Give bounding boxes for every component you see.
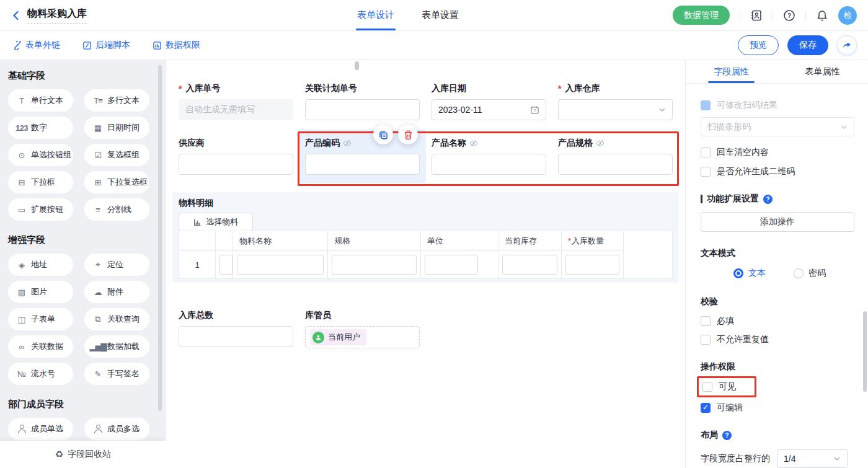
no-duplicate-option[interactable]: 不允许重复值 <box>701 334 854 345</box>
product-name-input[interactable] <box>432 154 546 175</box>
field-plan-no[interactable]: 关联计划单号 <box>305 83 420 120</box>
divider-icon: ≡ <box>92 205 104 214</box>
sidebar-item-dropdown[interactable]: ⊟下拉框 <box>8 171 73 193</box>
sidebar-item-image[interactable]: ▧图片 <box>8 281 73 303</box>
sidebar-item-linked-data[interactable]: ∞关联数据 <box>8 335 73 358</box>
add-action-button[interactable]: 添加操作 <box>701 212 854 232</box>
image-icon: ▧ <box>16 288 27 297</box>
enter-clear-option[interactable]: 回车清空内容 <box>701 147 854 158</box>
scan-result-checkbox <box>701 100 711 110</box>
sidebar-item-linked-query[interactable]: ⧉关联查询 <box>84 308 149 330</box>
no-duplicate-checkbox[interactable] <box>701 335 711 345</box>
copy-field-button[interactable] <box>373 125 393 144</box>
required-checkbox[interactable] <box>701 316 711 326</box>
sidebar-item-address[interactable]: ◈地址 <box>8 254 73 276</box>
sidebar-item-checkbox-group[interactable]: ☑复选框组 <box>84 144 149 166</box>
delete-field-button[interactable] <box>398 125 418 144</box>
field-inbound-total[interactable]: 入库总数 <box>179 310 293 347</box>
field-recycle-bin[interactable]: ♻ 字段回收站 <box>0 441 166 468</box>
allow-qrcode-option[interactable]: 是否允许生成二维码 <box>701 166 854 177</box>
field-product-name[interactable]: 产品名称 <box>432 138 546 175</box>
sidebar-item-multi-dropdown[interactable]: ⊞下拉复选框 <box>84 171 149 193</box>
bar-chart-icon <box>193 218 202 226</box>
table-cell-input[interactable] <box>237 255 324 275</box>
table-cell-input[interactable] <box>502 255 557 275</box>
visible-checkbox[interactable] <box>702 382 712 392</box>
tab-form-properties[interactable]: 表单属性 <box>777 60 868 83</box>
field-inbound-date[interactable]: 入库日期 2023-02-11 7 <box>432 83 546 120</box>
avatar[interactable]: 检 <box>838 6 857 25</box>
help-icon[interactable]: ? <box>783 9 795 22</box>
sidebar-item-location[interactable]: ⌖定位 <box>84 254 149 276</box>
form-external-link[interactable]: 表单外链 <box>12 40 60 51</box>
sidebar-item-serial-number[interactable]: №流水号 <box>8 363 73 385</box>
inbound-total-input[interactable] <box>179 326 293 347</box>
plan-no-input[interactable] <box>305 99 420 120</box>
field-inbound-warehouse[interactable]: 入库仓库 <box>558 83 673 120</box>
panel-scrollbar[interactable] <box>863 311 867 392</box>
tab-field-properties[interactable]: 字段属性 <box>686 60 777 83</box>
enter-clear-checkbox[interactable] <box>701 148 711 157</box>
help-circle-icon[interactable]: ? <box>763 195 773 204</box>
subform-material-detail[interactable]: 物料明细 选择物料 1 物料名称 规格 单位 当前库存 入库数量 <box>172 192 679 283</box>
sidebar-item-signature[interactable]: ✎手写签名 <box>84 363 149 385</box>
attachment-icon: ☁ <box>92 288 104 297</box>
radio-password[interactable] <box>794 268 804 278</box>
visible-option[interactable]: 可见 <box>702 381 736 392</box>
form-design-canvas[interactable]: 入库单号 自动生成无需填写 关联计划单号 入库日期 2023-02-11 7 入… <box>166 60 685 468</box>
table-cell-input[interactable] <box>425 255 478 275</box>
header-tabs: 表单设计 表单设置 <box>357 0 459 30</box>
linked-data-icon: ∞ <box>16 342 27 351</box>
text-mode-options: 文本 密码 <box>733 268 854 279</box>
notification-bell-icon[interactable] <box>816 9 828 22</box>
canvas-scrollbar[interactable] <box>355 61 359 70</box>
sidebar-item-subform[interactable]: ◫子表单 <box>8 308 73 330</box>
sidebar-item-extend-button[interactable]: ▭扩展按钮 <box>8 198 73 221</box>
save-button[interactable]: 保存 <box>787 35 828 55</box>
sidebar-item-divider[interactable]: ≡分割线 <box>84 198 149 221</box>
tab-form-settings[interactable]: 表单设置 <box>422 0 459 30</box>
contact-book-icon[interactable] <box>750 9 763 22</box>
editable-option[interactable]: 可编辑 <box>701 402 854 413</box>
table-cell-input-clipped[interactable] <box>219 255 232 275</box>
sidebar-item-radio-group[interactable]: ⊙单选按钮组 <box>8 144 73 166</box>
inbound-warehouse-select[interactable] <box>558 99 673 120</box>
field-supplier[interactable]: 供应商 <box>179 138 293 175</box>
sidebar-item-number[interactable]: 123数字 <box>8 117 73 139</box>
sidebar-item-data-load[interactable]: ▂▅▇数据加载 <box>84 335 149 358</box>
product-spec-input[interactable] <box>558 154 673 175</box>
data-manage-button[interactable]: 数据管理 <box>673 6 730 25</box>
table-cell-input[interactable] <box>565 255 619 275</box>
field-inbound-no[interactable]: 入库单号 自动生成无需填写 <box>179 83 293 120</box>
field-product-spec[interactable]: 产品规格 <box>558 138 673 175</box>
table-cell-input[interactable] <box>332 255 417 275</box>
sidebar-item-datetime[interactable]: ▦日期时间 <box>84 117 149 139</box>
sidebar-item-multi-line-text[interactable]: T≡多行文本 <box>84 89 149 112</box>
sidebar-item-member-single[interactable]: 成员单选 <box>8 418 73 440</box>
supplier-input[interactable] <box>179 154 293 175</box>
select-material-button[interactable]: 选择物料 <box>179 213 253 231</box>
data-permission-link[interactable]: 数据权限 <box>153 40 200 51</box>
col-material-name: 物料名称 <box>233 231 327 251</box>
tab-form-design[interactable]: 表单设计 <box>357 0 394 30</box>
required-option[interactable]: 必填 <box>701 316 854 327</box>
back-button[interactable] <box>11 11 21 20</box>
form-title[interactable]: 物料采购入库 <box>27 7 87 24</box>
preview-button[interactable]: 预览 <box>738 35 779 55</box>
sidebar-item-single-line-text[interactable]: T单行文本 <box>8 89 73 112</box>
current-user-tag[interactable]: 当前用户 <box>310 329 366 345</box>
field-width-select[interactable]: 1/4 <box>777 449 848 468</box>
inbound-date-input[interactable]: 2023-02-11 7 <box>432 99 546 120</box>
allow-qrcode-checkbox[interactable] <box>701 167 711 177</box>
share-button[interactable] <box>837 35 857 55</box>
radio-text[interactable] <box>733 268 743 278</box>
sidebar-scrollbar[interactable] <box>158 65 162 411</box>
help-circle-icon[interactable]: ? <box>722 431 732 440</box>
sidebar-item-member-multi[interactable]: 成员多选 <box>84 418 149 440</box>
sidebar-item-attachment[interactable]: ☁附件 <box>84 281 149 303</box>
backend-script-link[interactable]: 后端脚本 <box>82 40 130 51</box>
product-code-input[interactable] <box>305 154 420 175</box>
warehouse-keeper-input[interactable]: 当前用户 <box>305 326 420 348</box>
field-warehouse-keeper[interactable]: 库管员 当前用户 <box>305 310 420 348</box>
editable-checkbox[interactable] <box>701 403 711 413</box>
